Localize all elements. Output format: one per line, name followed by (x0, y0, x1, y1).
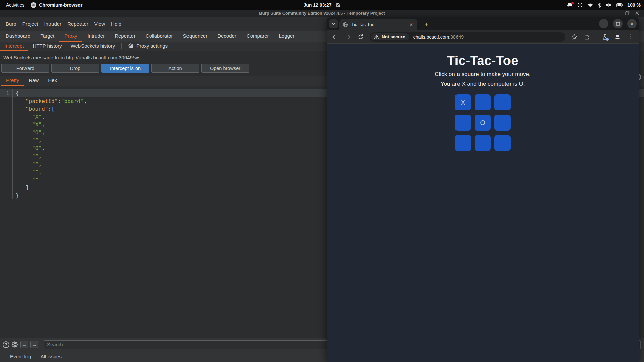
burp-menu-repeater[interactable]: Repeater (64, 20, 91, 28)
address-bar[interactable]: Not secure challs.bcactf.com:30649 (370, 32, 565, 42)
experiments-flask-icon[interactable] (600, 32, 610, 42)
tictactoe-page: Tic-Tac-Toe Click on a square to make yo… (327, 44, 639, 362)
burp-tab-comparer[interactable]: Comparer (241, 31, 274, 42)
subtab-divider (121, 43, 122, 49)
burp-tab-logger[interactable]: Logger (274, 31, 300, 42)
drop-button[interactable]: Drop (51, 64, 99, 73)
board-cell-0[interactable]: X (455, 94, 471, 110)
experiment-active-dot (606, 38, 609, 41)
tab-close-icon[interactable]: ✕ (408, 22, 414, 28)
notifications-muted-icon (336, 3, 341, 8)
board-cell-6[interactable] (455, 135, 471, 151)
burp-menu-intruder[interactable]: Intruder (41, 20, 64, 28)
security-label: Not secure (382, 34, 405, 39)
all-issues-link[interactable]: All issues (41, 354, 62, 359)
websockets-message-header: WebSockets message from http://challs.bc… (3, 55, 140, 60)
profile-avatar-icon[interactable] (612, 32, 623, 42)
burp-subtab-http-history[interactable]: HTTP history (28, 42, 66, 51)
line-number (0, 176, 13, 184)
burp-menu-burp[interactable]: Burp (3, 20, 19, 28)
open-browser-button[interactable]: Open browser (201, 64, 249, 73)
line-number (0, 192, 13, 200)
burp-tab-intruder[interactable]: Intruder (82, 31, 110, 42)
browser-tab[interactable]: Tic-Tac-Toe ✕ (339, 19, 417, 30)
notification-badge (571, 2, 574, 4)
board-cell-3[interactable] (455, 115, 471, 131)
line-number (0, 136, 13, 144)
maximize-button[interactable] (613, 19, 623, 28)
focused-app-menu[interactable]: Chromium-browser (31, 2, 82, 8)
forward-button[interactable]: Forward (1, 64, 49, 73)
toolbar-separator (596, 34, 596, 40)
bookmark-star-icon[interactable] (569, 32, 579, 42)
not-secure-chip[interactable]: Not secure (371, 33, 409, 40)
battery-percent: 100 % (627, 2, 641, 8)
close-button[interactable]: ✕ (627, 19, 637, 28)
settings-gear-icon[interactable] (11, 341, 18, 348)
burp-tab-decoder[interactable]: Decoder (212, 31, 241, 42)
burp-menu-project[interactable]: Project (19, 20, 41, 28)
burp-tab-target[interactable]: Target (35, 31, 59, 42)
app-indicator-icon (567, 3, 573, 7)
brightness-icon (577, 2, 583, 8)
new-tab-button[interactable]: + (422, 20, 431, 29)
wifi-icon (587, 3, 593, 7)
burp-restore-icon[interactable] (625, 11, 630, 15)
url-port: :30649 (449, 34, 464, 40)
burp-subtab-intercept[interactable]: Intercept (0, 42, 28, 51)
event-log-link[interactable]: Event log (10, 354, 31, 359)
editor-tab-raw[interactable]: Raw (24, 76, 43, 86)
burp-tab-proxy[interactable]: Proxy (59, 31, 82, 42)
gnome-top-bar: Activities Chromium-browser Jun 12 03:27 (0, 0, 644, 10)
back-button[interactable] (330, 32, 340, 42)
line-number: 1 (0, 89, 13, 97)
burp-tab-dashboard[interactable]: Dashboard (1, 31, 35, 42)
burp-menu-view[interactable]: View (91, 20, 108, 28)
burp-subtab-proxy-settings[interactable]: Proxy settings (124, 42, 172, 51)
system-tray[interactable]: 100 % (567, 0, 641, 10)
chromium-window: Tic-Tac-Toe ✕ + – ✕ (327, 17, 639, 362)
action-button[interactable]: Action (151, 64, 199, 73)
burp-window-title: Burp Suite Community Edition v2024.4.5 -… (259, 11, 385, 16)
board-cell-2[interactable] (494, 94, 511, 110)
line-number (0, 129, 13, 137)
browser-toolbar: Not secure challs.bcactf.com:30649 (327, 30, 639, 44)
tab-search-button[interactable] (329, 19, 338, 28)
board-cell-8[interactable] (494, 135, 511, 151)
clock[interactable]: Jun 12 03:27 (303, 2, 340, 8)
globe-favicon (343, 22, 348, 27)
intercept-toggle-button[interactable]: Intercept is on (101, 64, 149, 73)
line-number (0, 152, 13, 160)
board-cell-7[interactable] (475, 135, 491, 151)
proxy-settings-gear-icon (128, 43, 134, 49)
tab-strip: Tic-Tac-Toe ✕ + – ✕ (327, 17, 639, 30)
burp-subtab-websockets-history[interactable]: WebSockets history (66, 42, 119, 51)
editor-tab-pretty[interactable]: Pretty (1, 76, 24, 86)
battery-charging-icon (616, 3, 623, 7)
url-text: challs.bcactf.com:30649 (413, 34, 464, 40)
minimize-button[interactable]: – (599, 19, 608, 28)
browser-menu-kebab-icon[interactable]: ⋮ (625, 32, 635, 42)
burp-menu-help[interactable]: Help (108, 20, 124, 28)
instruction-line-2: You are X and the computer is O. (327, 81, 639, 87)
burp-tab-repeater[interactable]: Repeater (110, 31, 141, 42)
tab-title: Tic-Tac-Toe (351, 22, 374, 27)
chromium-app-icon (31, 2, 36, 8)
forward-button-browser[interactable] (343, 32, 353, 42)
board-cell-5[interactable] (494, 115, 511, 131)
burp-tab-sequencer[interactable]: Sequencer (178, 31, 213, 42)
editor-tab-hex[interactable]: Hex (43, 76, 62, 86)
board-cell-4[interactable]: O (475, 115, 491, 131)
burp-titlebar[interactable]: Burp Suite Community Edition v2024.4.5 -… (0, 10, 644, 17)
reload-button[interactable] (356, 32, 366, 42)
search-prev-button[interactable]: ← (20, 341, 28, 348)
extensions-icon[interactable] (582, 32, 592, 42)
activities-button[interactable]: Activities (6, 2, 24, 8)
line-number (0, 144, 13, 153)
line-number (0, 97, 13, 105)
board-cell-1[interactable] (475, 94, 491, 110)
search-next-button[interactable]: → (30, 341, 38, 348)
help-icon[interactable]: ? (3, 341, 9, 348)
burp-close-icon[interactable] (635, 11, 639, 15)
burp-tab-collaborator[interactable]: Collaborator (141, 31, 178, 42)
